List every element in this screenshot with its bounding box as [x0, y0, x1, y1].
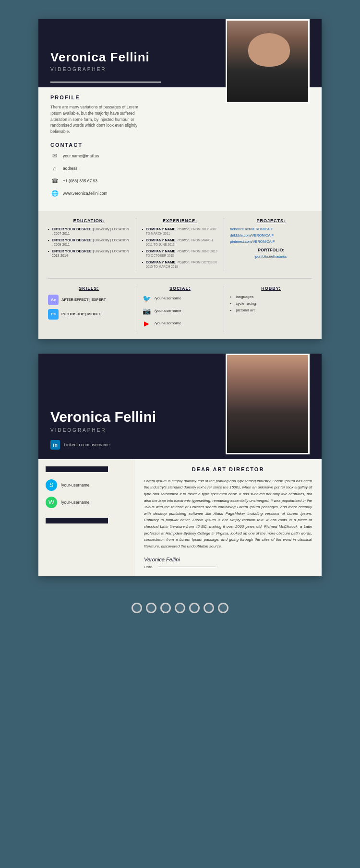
exp-pos-4: Position,: [178, 261, 191, 264]
page-wrapper: Veronica Fellini VIDEOGRAPHER PROFILE Th…: [0, 0, 360, 635]
letter-text: Lorem Ipsum is simply dummy text of the …: [144, 478, 312, 550]
education-col: EDUCATION: ENTER YOUR DEGREE | Universit…: [48, 218, 136, 271]
ring-7: [218, 603, 228, 613]
black-bar-top: [46, 466, 108, 472]
youtube-icon: ▶: [142, 320, 152, 327]
card2-photo-container: [226, 354, 310, 454]
proj-link-1[interactable]: behonce.net/VERONICA.F: [230, 227, 312, 231]
exp-item-2: COMPANY NAME, Position, FROM MARCH 2011 …: [142, 238, 218, 247]
card1-photo-container: [226, 19, 310, 103]
ring-4: [175, 603, 185, 613]
resume-card-1: Veronica Fellini VIDEOGRAPHER PROFILE Th…: [38, 19, 322, 339]
skype-username: /your-username: [61, 483, 90, 488]
notebook-rings: [38, 595, 322, 616]
card2-skype: S /your-username: [46, 479, 127, 491]
exp-item-1: COMPANY NAME, Position, FROM JULY 2007 T…: [142, 227, 218, 236]
ring-5: [189, 603, 200, 613]
whatsapp-icon: W: [46, 497, 57, 508]
skill-ps: Ps PHOTOSHOP | MIDDLE: [48, 309, 130, 320]
experience-col: EXPERIENCE: COMPANY NAME, Position, FROM…: [136, 218, 224, 271]
skill-ae: Ae AFTER EFFECT | EXPERT: [48, 295, 130, 305]
card2-photo-silhouette: [227, 355, 308, 453]
exp-item-3: COMPANY NAME, Position, FROM JUNE 2013 T…: [142, 249, 218, 258]
skills-col: SKILLS: Ae AFTER EFFECT | EXPERT Ps PHOT…: [48, 286, 136, 332]
edu-degree-2: ENTER YOUR DEGREE |: [52, 238, 94, 242]
signature-name: Veronica Fellini: [144, 557, 312, 562]
ring-1: [132, 603, 142, 613]
email-value: your.name@mail.us: [63, 154, 99, 158]
contact-address: ⌂ address: [50, 164, 146, 173]
linkedin-icon: in: [50, 440, 60, 450]
ae-label: AFTER EFFECT | EXPERT: [61, 297, 106, 302]
hobby-1: languages: [230, 295, 312, 299]
card1-header: Veronica Fellini VIDEOGRAPHER: [38, 19, 322, 82]
skype-icon: S: [46, 479, 57, 491]
projects-col: PROJECTS: behonce.net/VERONICA.F dribbbl…: [224, 218, 312, 271]
card1-body: PROFILE There are many variations of pas…: [38, 87, 322, 211]
edu-degree-3: ENTER YOUR DEGREE |: [52, 249, 94, 253]
card2-right-col: DEAR ART DIRECTOR Lorem Ipsum is simply …: [134, 459, 322, 577]
edu-degree-1: ENTER YOUR DEGREE |: [52, 227, 94, 231]
linkedin-url: Linkedin.com.username: [64, 442, 110, 447]
ring-3: [160, 603, 171, 613]
ps-label: PHOTOSHOP | MIDDLE: [61, 312, 101, 316]
skills-title: SKILLS:: [48, 286, 130, 291]
ps-badge: Ps: [48, 309, 59, 320]
contact-title: CONTACT: [50, 142, 146, 148]
projects-title: PROJECTS:: [230, 218, 312, 223]
hobby-2: cycle racing: [230, 301, 312, 306]
contact-website: 🌐 www.veronica.fellini.com: [50, 189, 146, 198]
education-list: ENTER YOUR DEGREE | University | LOCATIO…: [48, 227, 130, 258]
phone-value: +1 (088) 335 67 93: [63, 178, 97, 183]
experience-title: EXPERIENCE:: [142, 218, 218, 223]
signature-date: Date.: [144, 565, 312, 569]
exp-pos-3: Position,: [178, 250, 191, 253]
black-bar-bottom: [46, 518, 108, 523]
profile-title: PROFILE: [50, 95, 146, 100]
card2-body: S /your-username W /your-username DEAR A…: [38, 459, 322, 577]
exp-company-4: COMPANY NAME,: [146, 260, 177, 264]
photo-silhouette: [227, 21, 310, 103]
edu-item-1: ENTER YOUR DEGREE | University | LOCATIO…: [48, 227, 130, 236]
phone-icon: ☎: [50, 177, 59, 185]
experience-list: COMPANY NAME, Position, FROM JULY 2007 T…: [142, 227, 218, 269]
exp-pos-2: Position,: [178, 238, 191, 242]
card1-bottom: EDUCATION: ENTER YOUR DEGREE | Universit…: [38, 211, 322, 339]
social-title: SOCIAL:: [142, 286, 218, 291]
card1-grid-top: EDUCATION: ENTER YOUR DEGREE | Universit…: [48, 218, 312, 279]
proj-link-3[interactable]: pinterest.com/VERONICA.F: [230, 239, 312, 244]
twitter-username: /your-username: [155, 296, 181, 300]
card2-header: Veronica Fellini VIDEOGRAPHER in Linkedi…: [38, 354, 322, 459]
portfolio-link[interactable]: portfolio.net/rasmus: [230, 254, 312, 259]
twitter-icon: 🐦: [142, 295, 152, 302]
hobby-col: HOBBY: languages cycle racing pictorial …: [224, 286, 312, 332]
instagram-icon: 📷: [142, 307, 152, 315]
whatsapp-username: /your-username: [61, 500, 90, 505]
contact-email: ✉ your.name@mail.us: [50, 152, 146, 160]
youtube-username: /your-username: [155, 321, 181, 325]
portfolio-title: PORTFOLIO:: [230, 248, 312, 252]
proj-link-2[interactable]: dribbble.com/VERONICA.F: [230, 233, 312, 238]
exp-pos-1: Position,: [178, 227, 191, 231]
address-icon: ⌂: [50, 164, 59, 173]
website-value: www.veronica.fellini.com: [63, 191, 108, 196]
hobby-3: pictorial art: [230, 308, 312, 312]
social-youtube: ▶ /your-username: [142, 320, 218, 327]
address-value: address: [63, 166, 77, 171]
card2-whatsapp: W /your-username: [46, 497, 127, 508]
resume-card-2: Veronica Fellini VIDEOGRAPHER in Linkedi…: [38, 354, 322, 577]
hobby-title: HOBBY:: [230, 286, 312, 291]
signature-underline: [158, 567, 216, 567]
contact-phone: ☎ +1 (088) 335 67 93: [50, 177, 146, 185]
ring-2: [146, 603, 156, 613]
date-label: Date.: [144, 565, 153, 569]
exp-company-1: COMPANY NAME,: [146, 227, 177, 231]
contact-section: CONTACT ✉ your.name@mail.us ⌂ address ☎ …: [50, 142, 146, 198]
website-icon: 🌐: [50, 189, 59, 198]
profile-text: There are many variations of passages of…: [50, 104, 146, 135]
ring-6: [204, 603, 214, 613]
email-icon: ✉: [50, 152, 59, 160]
education-title: EDUCATION:: [48, 218, 130, 223]
ae-badge: Ae: [48, 295, 59, 305]
card2-left-col: S /your-username W /your-username: [38, 459, 134, 577]
